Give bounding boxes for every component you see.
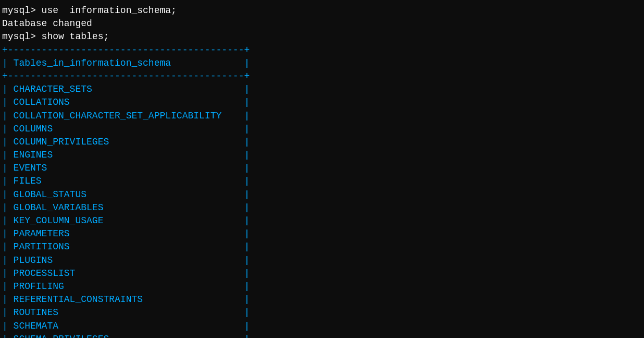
list-item: | COLUMN_PRIVILEGES | — [0, 136, 644, 149]
db-changed: Database changed — [0, 17, 644, 30]
list-item: | CHARACTER_SETS | — [0, 83, 644, 96]
list-item: | KEY_COLUMN_USAGE | — [0, 214, 644, 227]
pipe-left: | — [2, 58, 14, 68]
terminal: mysql> use information_schema; Database … — [0, 0, 644, 338]
list-item: | GLOBAL_STATUS | — [0, 188, 644, 201]
list-item: | PARTITIONS | — [0, 240, 644, 254]
list-item: | SCHEMATA | — [0, 320, 644, 333]
list-item: | COLLATION_CHARACTER_SET_APPLICABILITY … — [0, 110, 644, 123]
list-item: | EVENTS | — [0, 162, 644, 175]
list-item: | GLOBAL_VARIABLES | — [0, 201, 644, 214]
list-item: | PLUGINS | — [0, 254, 644, 267]
list-item: | COLLATIONS | — [0, 96, 644, 109]
border-mid: +---------------------------------------… — [0, 70, 644, 83]
list-item: | REFERENTIAL_CONSTRAINTS | — [0, 293, 644, 306]
command-line-1: mysql> use information_schema; — [0, 4, 644, 17]
list-item: | PARAMETERS | — [0, 227, 644, 240]
command-line-2: mysql> show tables; — [0, 30, 644, 43]
pipe-right: | — [244, 58, 250, 68]
list-item: | PROCESSLIST | — [0, 267, 644, 280]
list-item: | ROUTINES | — [0, 306, 644, 319]
list-item: | ENGINES | — [0, 149, 644, 162]
list-item: | PROFILING | — [0, 280, 644, 293]
list-item: | SCHEMA_PRIVILEGES | — [0, 333, 644, 338]
table-header: | Tables_in_information_schema | — [0, 57, 644, 70]
header-text: Tables_in_information_schema — [14, 58, 244, 68]
border-top: +---------------------------------------… — [0, 44, 644, 57]
list-item: | COLUMNS | — [0, 123, 644, 136]
list-item: | FILES | — [0, 175, 644, 188]
